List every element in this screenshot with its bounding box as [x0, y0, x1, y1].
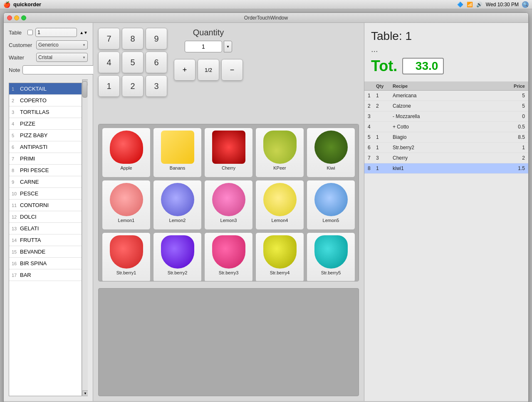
order-table: Qty Recipe Price 1 1 Americana 5 2 2 Cal…: [364, 82, 528, 401]
col-rownum: [366, 83, 374, 89]
table-label: Table: [9, 30, 25, 36]
category-item-pesce[interactable]: 10PESCE: [9, 188, 82, 200]
product-item-banans[interactable]: Banans: [153, 128, 202, 178]
product-item-kiwi[interactable]: Kiwi: [307, 128, 355, 178]
table-checkbox[interactable]: [27, 30, 33, 35]
product-name: Str.berry4: [270, 270, 290, 275]
product-item-lemon4[interactable]: Lemon4: [255, 180, 304, 230]
category-label: PIZZE: [20, 121, 35, 127]
scroll-down-arrow[interactable]: ▼: [82, 390, 88, 396]
category-item-bir-spina[interactable]: 16BIR SPINA: [9, 258, 82, 269]
product-item-strberry1[interactable]: Str.berry1: [102, 232, 151, 281]
product-item-strberry3[interactable]: Str.berry3: [204, 232, 253, 281]
order-row[interactable]: 5 1 Biagio 8.5: [364, 132, 528, 143]
titlebar: OrderTouchWindow: [4, 13, 528, 23]
order-rownum: 8: [366, 165, 374, 172]
numpad-btn-2[interactable]: 2: [122, 75, 144, 97]
product-item-lemon5[interactable]: Lemon5: [307, 180, 355, 230]
numpad-btn-6[interactable]: 6: [146, 52, 167, 73]
numpad-btn-9[interactable]: 9: [146, 28, 167, 49]
product-item-lemon3[interactable]: Lemon3: [204, 180, 253, 230]
category-item-primi[interactable]: 7PRIMI: [9, 153, 82, 165]
numpad-section: 789456123 Quantity ▼ + 1/2 −: [98, 28, 359, 121]
menubar: 🍎 quickorder 🔷 📶 🔊 Wed 10:30 PM 🔍: [0, 0, 532, 9]
category-item-gelati[interactable]: 13GELATI: [9, 223, 82, 234]
app-name[interactable]: quickorder: [13, 1, 41, 7]
bluetooth-icon: 🔷: [457, 2, 463, 7]
tot-value: 33.0: [402, 58, 444, 74]
order-row[interactable]: 7 3 Cherry 2: [364, 153, 528, 163]
order-qty: [374, 126, 391, 128]
quantity-input[interactable]: [185, 41, 222, 52]
note-input[interactable]: [22, 65, 97, 74]
category-item-tortillas[interactable]: 3TORTILLAS: [9, 106, 82, 118]
category-item-frutta[interactable]: 14FRUTTA: [9, 234, 82, 246]
numpad-btn-3[interactable]: 3: [146, 75, 167, 97]
numpad-btn-7[interactable]: 7: [98, 28, 120, 49]
order-price: 1: [502, 144, 527, 151]
category-item-bar[interactable]: 17BAR: [9, 269, 82, 281]
category-item-coperto[interactable]: 2COPERTO: [9, 95, 82, 106]
waiter-dropdown[interactable]: Cristal ▼: [36, 53, 88, 62]
product-item-strberry4[interactable]: Str.berry4: [255, 232, 304, 281]
close-button[interactable]: [7, 15, 12, 20]
table-stepper[interactable]: ▲▼: [79, 30, 88, 35]
category-item-cocktail[interactable]: 1COCKTAIL: [9, 83, 82, 95]
minus-button[interactable]: −: [221, 59, 243, 81]
category-num: 5: [12, 133, 20, 138]
category-num: 6: [12, 145, 20, 150]
wifi-icon: 📶: [467, 2, 473, 7]
order-rownum: 2: [366, 102, 374, 110]
order-row[interactable]: 1 1 Americana 5: [364, 91, 528, 101]
order-rownum: 1: [366, 92, 374, 99]
spotlight-icon[interactable]: 🔍: [522, 1, 529, 8]
plus-button[interactable]: +: [174, 59, 195, 81]
product-name: Banans: [170, 165, 185, 170]
category-item-pri-pesce[interactable]: 8PRI PESCE: [9, 165, 82, 176]
order-price: 0: [502, 113, 527, 120]
product-item-lemon2[interactable]: Lemon2: [153, 180, 202, 230]
product-item-strberry5[interactable]: Str.berry5: [307, 232, 355, 281]
product-icon-lemon1: [110, 183, 143, 216]
apple-menu-icon[interactable]: 🍎: [3, 1, 10, 8]
table-input[interactable]: [35, 28, 77, 37]
category-item-antipasti[interactable]: 6ANTIPASTI: [9, 141, 82, 153]
order-row[interactable]: 2 2 Calzone 5: [364, 101, 528, 111]
minimize-button[interactable]: [14, 15, 19, 20]
product-item-lemon1[interactable]: Lemon1: [102, 180, 151, 230]
category-item-carne[interactable]: 9CARNE: [9, 176, 82, 188]
product-name: Lemon5: [323, 218, 339, 223]
category-num: 15: [12, 249, 20, 254]
order-row[interactable]: 8 1 kiwi1 1.5: [364, 163, 528, 174]
numpad-btn-1[interactable]: 1: [98, 75, 120, 97]
maximize-button[interactable]: [21, 15, 26, 20]
numpad-btn-4[interactable]: 4: [98, 52, 120, 73]
order-row[interactable]: 3 - Mozzarella 0: [364, 111, 528, 122]
order-row[interactable]: 6 1 Str.berry2 1: [364, 143, 528, 153]
category-num: 7: [12, 156, 20, 161]
order-row[interactable]: 4 + Cotto 0.5: [364, 122, 528, 132]
category-num: 17: [12, 273, 20, 278]
category-item-pizz-baby[interactable]: 5PIZZ BABY: [9, 130, 82, 141]
category-item-pizze[interactable]: 4PIZZE: [9, 118, 82, 130]
category-item-dolci[interactable]: 12DOLCI: [9, 211, 82, 223]
product-item-cherry[interactable]: Cherry: [204, 128, 253, 178]
product-item-apple[interactable]: Apple: [102, 128, 151, 178]
numpad-btn-8[interactable]: 8: [122, 28, 144, 49]
empty-area: [98, 288, 359, 396]
product-item-kpeer[interactable]: KPeer: [255, 128, 304, 178]
customer-dropdown[interactable]: Generico ▼: [36, 40, 88, 49]
half-button[interactable]: 1/2: [198, 59, 219, 81]
category-label: BIR SPINA: [20, 260, 47, 266]
product-item-strberry2[interactable]: Str.berry2: [153, 232, 202, 281]
scroll-thumb[interactable]: [82, 81, 87, 98]
order-rownum: 6: [366, 144, 374, 151]
category-scrollbar[interactable]: ▲ ▼: [82, 79, 88, 396]
order-rows: 1 1 Americana 5 2 2 Calzone 5 3 - Mozzar…: [364, 91, 528, 174]
category-item-contorni[interactable]: 11CONTORNI: [9, 200, 82, 211]
table-row: Table ▲▼: [9, 28, 88, 37]
datetime: Wed 10:30 PM: [486, 2, 519, 7]
category-item-bevande[interactable]: 15BEVANDE: [9, 246, 82, 258]
numpad-btn-5[interactable]: 5: [122, 52, 144, 73]
quantity-dropdown-btn[interactable]: ▼: [224, 41, 232, 52]
